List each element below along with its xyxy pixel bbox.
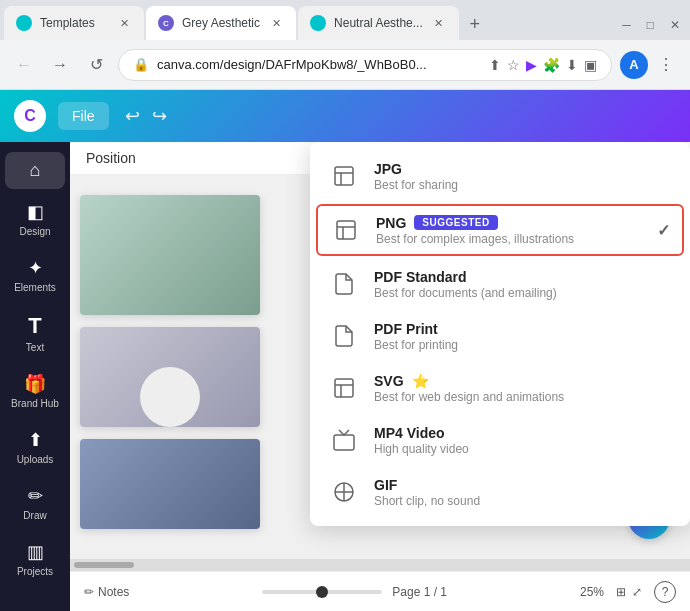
text-label: Text (26, 342, 44, 353)
sidebar-item-home[interactable]: ⌂ (5, 152, 65, 189)
pdf-print-info: PDF Print Best for printing (374, 321, 672, 352)
svg-rect-4 (335, 167, 353, 185)
format-item-svg[interactable]: SVG ⭐ Best for web design and animations (310, 362, 690, 414)
tab-close-neutral[interactable]: ✕ (431, 15, 447, 31)
main-content: ⌂ ◧ Design ✦ Elements T Text 🎁 Brand Hub… (0, 142, 690, 611)
jpg-desc: Best for sharing (374, 178, 672, 192)
tab-close-templates[interactable]: ✕ (116, 15, 132, 31)
mp4-icon (328, 424, 360, 456)
jpg-info: JPG Best for sharing (374, 161, 672, 192)
png-icon (330, 214, 362, 246)
tab-favicon-grey: C (158, 15, 174, 31)
uploads-icon: ⬆ (28, 429, 43, 451)
mp4-info: MP4 Video High quality video (374, 425, 672, 456)
tab-title-grey: Grey Aesthetic (182, 16, 260, 30)
sidebar-item-draw[interactable]: ✏ Draw (5, 477, 65, 529)
extension-icon[interactable]: 🧩 (543, 57, 560, 73)
profile-button[interactable]: A (620, 51, 648, 79)
jpg-icon (328, 160, 360, 192)
pdf-standard-name: PDF Standard (374, 269, 672, 285)
svg-info: SVG ⭐ Best for web design and animations (374, 373, 672, 404)
sidebar-item-design[interactable]: ◧ Design (5, 193, 65, 245)
download-icon[interactable]: ⬇ (566, 57, 578, 73)
reader-icon[interactable]: ▣ (584, 57, 597, 73)
canva-logo[interactable]: C (14, 100, 46, 132)
png-checkmark: ✓ (657, 221, 670, 240)
format-item-pdf-standard[interactable]: PDF Standard Best for documents (and ema… (310, 258, 690, 310)
url-bar[interactable]: 🔒 canva.com/design/DAFrMpoKbw8/_WhBoB0..… (118, 49, 612, 81)
svg-name: SVG ⭐ (374, 373, 672, 389)
tab-bar: Templates ✕ C Grey Aesthetic ✕ Neutral A… (0, 0, 690, 40)
png-info: PNG SUGGESTED Best for complex images, i… (376, 215, 643, 246)
format-item-mp4[interactable]: MP4 Video High quality video (310, 414, 690, 466)
pdf-print-icon (328, 320, 360, 352)
browser-frame: Templates ✕ C Grey Aesthetic ✕ Neutral A… (0, 0, 690, 611)
draw-icon: ✏ (28, 485, 43, 507)
design-label: Design (19, 226, 50, 237)
svg-pro-badge: ⭐ (412, 373, 429, 389)
canva-toolbar: C File ↩ ↪ (0, 90, 690, 142)
pdf-standard-icon (328, 268, 360, 300)
format-dropdown: JPG Best for sharing PNG SUGGESTED (310, 142, 690, 526)
text-icon: T (28, 313, 41, 339)
gif-icon (328, 476, 360, 508)
back-button[interactable]: ← (10, 51, 38, 79)
projects-icon: ▥ (27, 541, 44, 563)
maximize-button[interactable]: □ (641, 14, 660, 36)
menu-button[interactable]: ⋮ (652, 51, 680, 79)
undo-button[interactable]: ↩ (121, 101, 144, 131)
pdf-standard-desc: Best for documents (and emailing) (374, 286, 672, 300)
media-icon[interactable]: ▶ (526, 57, 537, 73)
gif-name: GIF (374, 477, 672, 493)
new-tab-button[interactable]: + (461, 10, 489, 38)
close-button[interactable]: ✕ (664, 14, 686, 36)
svg-icon (328, 372, 360, 404)
mp4-desc: High quality video (374, 442, 672, 456)
svg-text:C: C (163, 19, 169, 28)
reload-button[interactable]: ↺ (82, 51, 110, 79)
svg-point-0 (18, 17, 30, 29)
tab-title-templates: Templates (40, 16, 108, 30)
uploads-label: Uploads (17, 454, 54, 465)
suggested-badge: SUGGESTED (414, 215, 497, 230)
format-item-pdf-print[interactable]: PDF Print Best for printing (310, 310, 690, 362)
url-actions: ⬆ ☆ ▶ 🧩 ⬇ ▣ (489, 57, 597, 73)
sidebar-item-elements[interactable]: ✦ Elements (5, 249, 65, 301)
tab-neutral[interactable]: Neutral Aesthe... ✕ (298, 6, 459, 40)
minimize-button[interactable]: ─ (616, 14, 637, 36)
tab-grey[interactable]: C Grey Aesthetic ✕ (146, 6, 296, 40)
address-bar: ← → ↺ 🔒 canva.com/design/DAFrMpoKbw8/_Wh… (0, 40, 690, 90)
projects-label: Projects (17, 566, 53, 577)
elements-icon: ✦ (28, 257, 43, 279)
redo-button[interactable]: ↪ (148, 101, 171, 131)
file-button[interactable]: File (58, 102, 109, 130)
forward-button[interactable]: → (46, 51, 74, 79)
url-text: canva.com/design/DAFrMpoKbw8/_WhBoB0... (157, 57, 481, 72)
svg-desc: Best for web design and animations (374, 390, 672, 404)
star-icon[interactable]: ☆ (507, 57, 520, 73)
dropdown-overlay: JPG Best for sharing PNG SUGGESTED (70, 142, 690, 611)
tab-close-grey[interactable]: ✕ (268, 15, 284, 31)
draw-label: Draw (23, 510, 46, 521)
sidebar-item-uploads[interactable]: ⬆ Uploads (5, 421, 65, 473)
format-item-jpg[interactable]: JPG Best for sharing (310, 150, 690, 202)
lock-icon: 🔒 (133, 57, 149, 72)
svg-point-3 (312, 17, 324, 29)
sidebar-item-projects[interactable]: ▥ Projects (5, 533, 65, 585)
share-icon[interactable]: ⬆ (489, 57, 501, 73)
format-item-gif[interactable]: GIF Short clip, no sound (310, 466, 690, 518)
tab-title-neutral: Neutral Aesthe... (334, 16, 423, 30)
gif-desc: Short clip, no sound (374, 494, 672, 508)
sidebar-item-text[interactable]: T Text (5, 305, 65, 361)
svg-rect-5 (337, 221, 355, 239)
undo-redo-controls: ↩ ↪ (121, 101, 171, 131)
sidebar-item-brand-hub[interactable]: 🎁 Brand Hub (5, 365, 65, 417)
home-icon: ⌂ (30, 160, 41, 181)
elements-label: Elements (14, 282, 56, 293)
canvas-area: Position 9 (70, 142, 690, 611)
format-item-png[interactable]: PNG SUGGESTED Best for complex images, i… (316, 204, 684, 256)
tab-templates[interactable]: Templates ✕ (4, 6, 144, 40)
jpg-name: JPG (374, 161, 672, 177)
tab-favicon-templates (16, 15, 32, 31)
tab-favicon-neutral (310, 15, 326, 31)
